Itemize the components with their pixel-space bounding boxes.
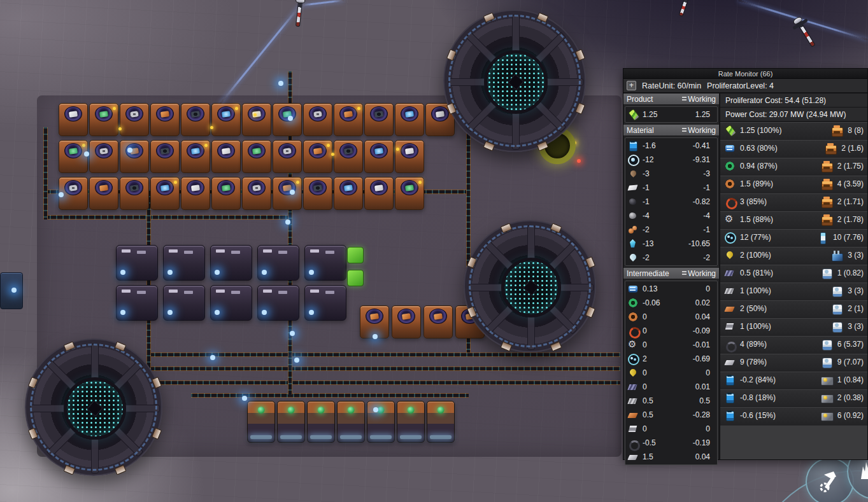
assembler-building[interactable] — [364, 140, 394, 173]
assembler-building[interactable] — [181, 140, 210, 173]
refinery-building[interactable] — [257, 245, 299, 281]
material-row[interactable]: -1-0.82 — [625, 195, 717, 209]
assembler-building[interactable] — [360, 305, 389, 338]
refinery-building[interactable] — [210, 245, 252, 281]
smelter-building[interactable] — [367, 401, 395, 443]
monitor-row[interactable]: -0.8 (18%)2 (0.38) — [720, 389, 867, 406]
monitor-row[interactable]: -0.6 (15%)6 (0.92) — [720, 407, 867, 424]
assembler-building[interactable] — [89, 103, 118, 136]
material-row[interactable]: -4-4 — [625, 209, 717, 223]
monitor-row[interactable]: 0.5 (81%)1 (0.82) — [720, 265, 867, 281]
intermediate-row[interactable]: 2-0.69 — [625, 352, 717, 366]
monitor-row[interactable]: 1 (100%)3 (3) — [720, 318, 867, 335]
intermediate-row[interactable]: -0.060.02 — [625, 296, 717, 310]
material-row[interactable]: -3-3 — [625, 167, 717, 181]
assembler-building[interactable] — [423, 305, 453, 338]
monitor-row[interactable]: 1.5 (89%)4 (3.59) — [720, 176, 867, 192]
refinery-building[interactable] — [304, 285, 346, 321]
build-button[interactable] — [806, 457, 854, 502]
intermediate-row[interactable]: 00.01 — [625, 380, 717, 394]
material-row[interactable]: -2-2 — [625, 251, 717, 265]
refinery-building[interactable] — [116, 245, 158, 281]
storage-box[interactable] — [347, 270, 364, 286]
intermediate-header[interactable]: Intermediate Working — [623, 268, 719, 279]
intermediate-row[interactable]: 0.130 — [625, 282, 717, 296]
dome-structure[interactable] — [25, 338, 162, 476]
material-header[interactable]: Material Working — [623, 125, 719, 136]
intermediate-row[interactable]: 1.50.04 — [625, 450, 717, 464]
assembler-building[interactable] — [334, 103, 363, 136]
assembler-building[interactable] — [211, 103, 241, 136]
monitor-row[interactable]: 0.94 (87%)2 (1.75) — [720, 158, 867, 174]
assembler-building[interactable] — [181, 103, 210, 136]
assembler-building[interactable] — [273, 140, 302, 173]
power-tower[interactable] — [295, 1, 302, 27]
material-row[interactable]: -13-10.65 — [625, 237, 717, 251]
conveyor-belt[interactable] — [148, 366, 620, 371]
refinery-building[interactable] — [163, 245, 205, 281]
intermediate-row[interactable]: 00 — [625, 366, 717, 380]
power-tower[interactable] — [679, 0, 689, 17]
monitor-row[interactable]: 2 (100%)3 (3) — [720, 247, 867, 263]
monitor-row[interactable]: 1.5 (88%)2 (1.78) — [720, 211, 867, 228]
assembler-building[interactable] — [364, 177, 394, 210]
assembler-building[interactable] — [392, 305, 421, 338]
monitor-row[interactable]: 9 (78%)9 (7.07) — [720, 354, 867, 370]
assembler-building[interactable] — [211, 140, 241, 173]
assembler-building[interactable] — [334, 177, 363, 210]
assembler-building[interactable] — [181, 177, 210, 210]
monitor-row[interactable]: 0.63 (80%)2 (1.6) — [720, 140, 867, 157]
assembler-building[interactable] — [242, 140, 271, 173]
assembler-building[interactable] — [242, 177, 271, 210]
assembler-building[interactable] — [59, 140, 88, 173]
assembler-building[interactable] — [303, 103, 332, 136]
intermediate-row[interactable]: 0-0.09 — [625, 324, 717, 338]
conveyor-belt[interactable] — [191, 393, 469, 398]
dome-structure[interactable] — [443, 10, 586, 152]
assembler-building[interactable] — [395, 103, 424, 136]
product-header[interactable]: Product Working — [623, 94, 719, 105]
assembler-building[interactable] — [395, 140, 424, 173]
assembler-building[interactable] — [150, 177, 180, 210]
assembler-building[interactable] — [273, 177, 302, 210]
intermediate-row[interactable]: 0.50.5 — [625, 394, 717, 408]
monitor-row[interactable]: -0.2 (84%)1 (0.84) — [720, 372, 867, 388]
assembler-building[interactable] — [242, 103, 271, 136]
assembler-building[interactable] — [59, 103, 88, 136]
assembler-building[interactable] — [120, 140, 149, 173]
smelter-building[interactable] — [307, 401, 335, 443]
assembler-building[interactable] — [89, 177, 118, 210]
smelter-building[interactable] — [247, 401, 275, 443]
material-row[interactable]: -1-1 — [625, 181, 717, 195]
conveyor-belt[interactable] — [158, 380, 620, 385]
product-row[interactable]: 1.251.25 — [625, 108, 717, 122]
assembler-building[interactable] — [273, 103, 302, 136]
monitor-row[interactable]: 2 (50%)2 (1) — [720, 300, 867, 317]
assembler-building[interactable] — [150, 103, 180, 136]
intermediate-row[interactable]: 0-0.01 — [625, 338, 717, 352]
tank-building[interactable] — [0, 272, 23, 309]
material-row[interactable]: -1.6-0.41 — [625, 139, 717, 153]
intermediate-row[interactable]: 00 — [625, 422, 717, 436]
intermediate-row[interactable]: 0.5-0.28 — [625, 408, 717, 422]
assembler-building[interactable] — [364, 103, 394, 136]
assembler-building[interactable] — [334, 140, 363, 173]
refinery-building[interactable] — [163, 285, 205, 321]
assembler-building[interactable] — [211, 177, 241, 210]
intermediate-row[interactable]: -0.5-0.19 — [625, 436, 717, 450]
refinery-building[interactable] — [257, 285, 299, 321]
monitor-row[interactable]: 4 (89%)6 (5.37) — [720, 336, 867, 352]
assembler-building[interactable] — [59, 177, 88, 210]
expand-button[interactable]: + — [627, 81, 636, 90]
intermediate-row[interactable]: 00.04 — [625, 310, 717, 324]
assembler-building[interactable] — [120, 177, 149, 210]
conveyor-belt[interactable] — [43, 127, 48, 220]
assembler-building[interactable] — [303, 140, 332, 173]
assembler-building[interactable] — [120, 103, 149, 136]
assembler-building[interactable] — [89, 140, 118, 173]
dome-structure[interactable] — [464, 220, 596, 352]
assembler-building[interactable] — [150, 140, 180, 173]
material-row[interactable]: -12-9.31 — [625, 153, 717, 167]
monitor-row[interactable]: 3 (85%)2 (1.71) — [720, 193, 867, 210]
power-tower[interactable] — [796, 20, 815, 48]
